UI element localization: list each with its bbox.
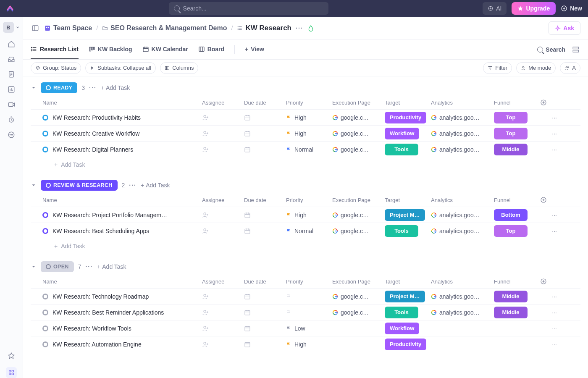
- col-funnel[interactable]: Funnel: [494, 100, 540, 106]
- task-name[interactable]: KW Research: Project Portfolio Managem…: [42, 212, 202, 218]
- group-chip[interactable]: Group: Status: [31, 62, 81, 74]
- target-badge[interactable]: Tools: [385, 144, 418, 155]
- assignee-cell[interactable]: [202, 228, 244, 234]
- ask-button[interactable]: Ask: [549, 21, 580, 35]
- task-name[interactable]: KW Research: Workflow Tools: [42, 325, 202, 332]
- view-tab-list[interactable]: Research List: [31, 39, 79, 59]
- analytics-cell[interactable]: analytics.goo…: [431, 114, 494, 121]
- layout-toggle-icon[interactable]: [571, 45, 580, 54]
- task-row[interactable]: KW Research: Digital PlannersNormalgoogl…: [31, 141, 580, 157]
- task-row[interactable]: KW Research: Best Scheduling AppsNormalg…: [31, 223, 580, 239]
- exec-cell[interactable]: google.c…: [332, 130, 385, 137]
- task-row[interactable]: KW Research: Technology Roadmapgoogle.c……: [31, 288, 580, 304]
- task-name[interactable]: KW Research: Digital Planners: [42, 146, 202, 153]
- row-more[interactable]: ···: [540, 114, 557, 121]
- col-target[interactable]: Target: [385, 100, 431, 106]
- view-tab-calendar[interactable]: KW Calendar: [142, 39, 188, 59]
- status-circle[interactable]: [42, 228, 48, 234]
- exec-cell[interactable]: –: [332, 325, 385, 332]
- analytics-cell[interactable]: –: [431, 325, 494, 332]
- funnel-cell[interactable]: Middle: [494, 291, 540, 302]
- analytics-cell[interactable]: –: [431, 341, 494, 348]
- analytics-cell[interactable]: analytics.goo…: [431, 130, 494, 137]
- due-cell[interactable]: [244, 293, 286, 300]
- col-exec[interactable]: Execution Page: [332, 278, 385, 285]
- col-name[interactable]: Name: [42, 197, 202, 203]
- ai-button[interactable]: AI: [483, 2, 507, 15]
- breadcrumb-folder[interactable]: SEO Research & Management Demo: [102, 24, 227, 32]
- view-tab-backlog[interactable]: KW Backlog: [89, 39, 132, 59]
- row-more[interactable]: ···: [540, 146, 557, 153]
- breadcrumb-space[interactable]: Team Space: [44, 24, 92, 32]
- exec-cell[interactable]: –: [332, 341, 385, 348]
- funnel-badge[interactable]: Middle: [494, 144, 528, 155]
- priority-cell[interactable]: High: [286, 114, 332, 121]
- funnel-badge[interactable]: Middle: [494, 291, 528, 302]
- exec-cell[interactable]: google.c…: [332, 212, 385, 218]
- task-row[interactable]: KW Research: Productivity HabitsHighgoog…: [31, 109, 580, 125]
- status-circle[interactable]: [42, 294, 48, 299]
- exec-cell[interactable]: google.c…: [332, 228, 385, 234]
- task-row[interactable]: KW Research: Best Reminder Applicationsg…: [31, 304, 580, 320]
- app-logo[interactable]: [6, 4, 14, 13]
- due-cell[interactable]: [244, 341, 286, 348]
- funnel-cell[interactable]: –: [494, 341, 540, 348]
- target-badge[interactable]: Productivity: [385, 112, 426, 123]
- group-more[interactable]: ···: [85, 263, 93, 270]
- target-badge[interactable]: Tools: [385, 225, 418, 237]
- upgrade-button[interactable]: Upgrade: [512, 2, 556, 15]
- collapse-caret[interactable]: [31, 182, 37, 188]
- row-more[interactable]: ···: [540, 293, 557, 300]
- row-more[interactable]: ···: [540, 325, 557, 332]
- list-search[interactable]: Search: [537, 46, 565, 53]
- due-cell[interactable]: [244, 228, 286, 234]
- status-circle[interactable]: [42, 212, 48, 218]
- analytics-cell[interactable]: analytics.goo…: [431, 212, 494, 218]
- target-cell[interactable]: Tools: [385, 144, 431, 155]
- assignee-chip[interactable]: A: [560, 62, 580, 74]
- target-badge[interactable]: Tools: [385, 307, 418, 318]
- target-badge[interactable]: Workflow: [385, 323, 419, 334]
- flag-icon[interactable]: [286, 147, 291, 152]
- col-analytics[interactable]: Analytics: [431, 197, 494, 203]
- row-more[interactable]: ···: [540, 212, 557, 218]
- col-analytics[interactable]: Analytics: [431, 100, 494, 106]
- due-cell[interactable]: [244, 325, 286, 332]
- col-name[interactable]: Name: [42, 100, 202, 106]
- target-badge[interactable]: Project M…: [385, 291, 425, 302]
- exec-cell[interactable]: google.c…: [332, 146, 385, 153]
- funnel-badge[interactable]: Top: [494, 225, 528, 237]
- col-due[interactable]: Due date: [244, 197, 286, 203]
- group-more[interactable]: ···: [129, 182, 136, 189]
- status-pill[interactable]: OPEN: [41, 261, 74, 272]
- breadcrumb-list[interactable]: KW Research: [237, 24, 291, 32]
- col-funnel[interactable]: Funnel: [494, 278, 540, 285]
- due-cell[interactable]: [244, 114, 286, 121]
- due-cell[interactable]: [244, 309, 286, 316]
- status-pill[interactable]: READY: [41, 82, 77, 93]
- priority-cell[interactable]: Normal: [286, 146, 332, 153]
- target-badge[interactable]: Workflow: [385, 128, 419, 139]
- collapse-caret[interactable]: [31, 85, 37, 91]
- filter-chip[interactable]: Filter: [483, 62, 512, 74]
- status-circle[interactable]: [42, 115, 48, 121]
- task-row[interactable]: KW Research: Workflow ToolsLow–Workflow–…: [31, 320, 580, 336]
- task-name[interactable]: KW Research: Automation Engine: [42, 341, 202, 348]
- target-badge[interactable]: Project M…: [385, 209, 425, 221]
- more-icon[interactable]: [8, 131, 15, 139]
- flag-icon[interactable]: [286, 326, 291, 331]
- priority-cell[interactable]: Low: [286, 325, 332, 332]
- funnel-badge[interactable]: Top: [494, 128, 528, 139]
- funnel-cell[interactable]: Middle: [494, 144, 540, 155]
- task-name[interactable]: KW Research: Productivity Habits: [42, 114, 202, 121]
- flag-icon[interactable]: [286, 228, 291, 234]
- col-exec[interactable]: Execution Page: [332, 197, 385, 203]
- task-row[interactable]: KW Research: Automation EngineHigh–Produ…: [31, 336, 580, 352]
- chevron-down-icon[interactable]: [16, 25, 20, 29]
- group-add-task[interactable]: + Add Task: [101, 84, 130, 91]
- target-badge[interactable]: Productivity: [385, 339, 426, 350]
- assignee-cell[interactable]: [202, 114, 244, 121]
- exec-cell[interactable]: google.c…: [332, 293, 385, 300]
- due-cell[interactable]: [244, 146, 286, 153]
- assignee-cell[interactable]: [202, 130, 244, 137]
